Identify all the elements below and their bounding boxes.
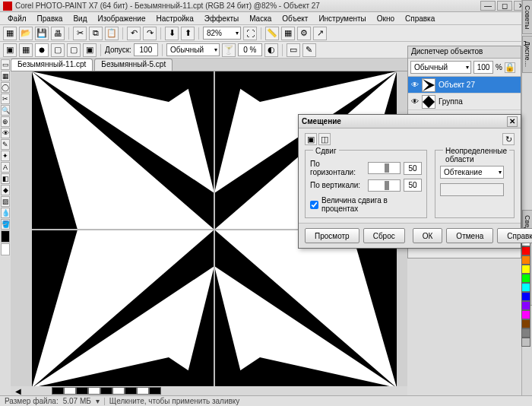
wrap-combo[interactable]: Обтекание <box>440 166 504 179</box>
swatch[interactable] <box>521 301 530 310</box>
menu-file[interactable]: Файл <box>3 14 31 24</box>
dropshadow-tool[interactable]: ◆ <box>1 185 10 195</box>
reset-button[interactable]: Сброс <box>363 228 405 243</box>
swatch[interactable] <box>521 310 530 319</box>
preview-original-icon[interactable]: ▣ <box>305 133 317 145</box>
options-button[interactable]: ⚙ <box>297 27 311 40</box>
vertical-slider[interactable] <box>368 179 401 192</box>
menu-object[interactable]: Объект <box>277 14 312 24</box>
layer-item-object27[interactable]: 👁 Объект 27 <box>408 77 521 94</box>
percent-checkbox[interactable] <box>310 201 318 209</box>
menu-window[interactable]: Окно <box>372 14 399 24</box>
bg-color[interactable] <box>1 243 10 255</box>
cut-button[interactable]: ✂ <box>73 27 87 40</box>
print-button[interactable]: 🖶 <box>51 27 65 40</box>
fullscreen-button[interactable]: ⛶ <box>243 27 257 40</box>
undo-button[interactable]: ↶ <box>127 27 141 40</box>
zoom-combo[interactable]: 82% <box>203 27 241 40</box>
fg-color[interactable] <box>1 230 10 243</box>
swatch[interactable] <box>521 338 530 347</box>
swatch[interactable] <box>521 283 530 292</box>
vertical-value[interactable]: 50 <box>404 179 422 192</box>
cancel-button[interactable]: Отмена <box>446 228 493 243</box>
zoom-tool[interactable]: 🔍 <box>1 105 10 116</box>
color-box[interactable] <box>440 183 504 196</box>
pick-tool[interactable]: ▭ <box>1 59 10 70</box>
copy-button[interactable]: ⧉ <box>89 27 103 40</box>
new-button[interactable]: ▦ <box>3 27 17 40</box>
menu-image[interactable]: Изображение <box>93 14 150 24</box>
preview-split-icon[interactable]: ◫ <box>318 133 331 145</box>
preview-toggle-icon[interactable]: ↻ <box>502 133 515 145</box>
grid-button[interactable]: ▦ <box>281 27 295 40</box>
swatch[interactable] <box>521 246 530 255</box>
export-button[interactable]: ⬆ <box>181 27 195 40</box>
redeye-tool[interactable]: 👁 <box>1 128 10 138</box>
side-tab-dispatcher[interactable]: Диспе… <box>522 36 532 73</box>
launch-button[interactable]: ↗ <box>313 27 327 40</box>
dialog-close-button[interactable]: ✕ <box>507 116 518 127</box>
menu-effects[interactable]: Эффекты <box>200 14 243 24</box>
horizontal-scroll[interactable]: ◀ <box>11 386 407 395</box>
swatch[interactable] <box>521 255 530 265</box>
antialias-icon[interactable]: ◐ <box>264 43 278 57</box>
effect-tool[interactable]: ✦ <box>1 151 10 161</box>
transparency-icon[interactable]: 🍸 <box>222 43 236 57</box>
transparency-tool[interactable]: ▨ <box>1 196 10 207</box>
eraser-tool[interactable]: ◧ <box>1 173 10 184</box>
menu-help[interactable]: Справка <box>401 14 439 24</box>
menu-mask[interactable]: Маска <box>245 14 276 24</box>
help-button[interactable]: Справка <box>497 228 532 243</box>
fill-tool[interactable]: 🪣 <box>1 219 10 230</box>
save-button[interactable]: 💾 <box>35 27 49 40</box>
menu-view[interactable]: Вид <box>68 14 91 24</box>
side-tab-hints[interactable]: Советы <box>522 0 532 34</box>
text-tool[interactable]: A <box>1 162 10 173</box>
percent-checkbox-row[interactable]: Величина сдвига в процентах <box>310 196 422 213</box>
preview-button[interactable]: Просмотр <box>305 228 359 243</box>
maximize-button[interactable]: ◻ <box>497 1 512 11</box>
visibility-icon[interactable]: 👁 <box>411 97 419 106</box>
swatch[interactable] <box>521 265 530 274</box>
swatch[interactable] <box>521 292 530 301</box>
tab-doc-2[interactable]: Безымянный-5.cpt <box>94 59 173 71</box>
extra1-icon[interactable]: ▭ <box>287 43 300 57</box>
menu-adjust[interactable]: Настройка <box>151 14 198 24</box>
tolerance-value[interactable]: 100 <box>134 43 158 56</box>
brush-tool[interactable]: ✎ <box>1 139 10 150</box>
layer-item-group[interactable]: 👁 Группа <box>408 94 521 110</box>
visibility-icon[interactable]: 👁 <box>411 81 419 89</box>
opacity-value[interactable]: 0 % <box>238 43 262 56</box>
mode-normal-icon[interactable]: ▣ <box>3 43 17 57</box>
swatch[interactable] <box>521 328 530 338</box>
tab-doc-1[interactable]: Безымянный-11.cpt <box>11 59 93 71</box>
rulers-button[interactable]: 📏 <box>265 27 279 40</box>
redo-button[interactable]: ↷ <box>143 27 157 40</box>
horizontal-slider[interactable] <box>368 162 401 174</box>
layer-lock-icon[interactable]: 🔒 <box>505 62 515 73</box>
mask-ellipse-tool[interactable]: ◯ <box>1 82 10 93</box>
open-button[interactable]: 📂 <box>19 27 33 40</box>
swatch[interactable] <box>521 319 530 328</box>
dialog-title-bar[interactable]: Смещение ✕ <box>299 115 521 128</box>
ok-button[interactable]: ОК <box>413 228 443 243</box>
style1-icon[interactable]: ▢ <box>51 43 65 57</box>
layer-opacity[interactable]: 100 <box>473 61 493 74</box>
eyedropper-tool[interactable]: 💧 <box>1 208 10 218</box>
crop-tool[interactable]: ✂ <box>1 94 10 104</box>
paste-button[interactable]: 📋 <box>105 27 119 40</box>
horizontal-value[interactable]: 50 <box>404 162 422 175</box>
blend-mode-combo[interactable]: Обычный <box>166 43 220 56</box>
minimize-button[interactable]: — <box>480 1 496 11</box>
mode-add-icon[interactable]: ▦ <box>19 43 33 57</box>
import-button[interactable]: ⬇ <box>165 27 179 40</box>
layer-blend-combo[interactable]: Обычный <box>410 61 471 74</box>
menu-tools[interactable]: Инструменты <box>314 14 370 24</box>
style2-icon[interactable]: ▢ <box>67 43 81 57</box>
menu-edit[interactable]: Правка <box>33 14 68 24</box>
mask-rect-tool[interactable]: ▦ <box>1 71 10 81</box>
clone-tool[interactable]: ⊕ <box>1 116 10 127</box>
swatch[interactable] <box>521 274 530 283</box>
pattern-icon[interactable] <box>35 43 49 57</box>
extra2-icon[interactable]: ✎ <box>302 43 316 57</box>
